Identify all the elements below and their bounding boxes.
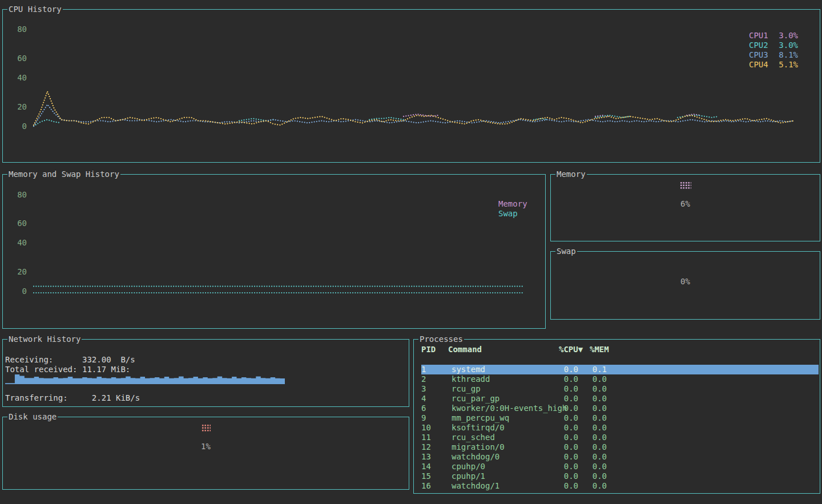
process-mem-percent: 0.0 — [576, 374, 607, 384]
memory-swap-history-chart — [3, 175, 545, 328]
process-mem-percent: 0.1 — [576, 365, 607, 374]
cpu-history-chart — [3, 10, 820, 162]
process-command: mm_percpu_wq — [452, 413, 509, 423]
cpu-legend-item: CPU23.0% — [749, 41, 798, 50]
CPU1-history-line — [404, 114, 438, 116]
swap-usage-percent: 0% — [551, 277, 820, 287]
process-mem-percent: 0.0 — [576, 394, 607, 404]
process-command: rcu_par_gp — [452, 394, 499, 404]
process-row[interactable]: 15cpuhp/10.00.0 — [414, 471, 820, 481]
process-pid: 11 — [421, 433, 431, 442]
process-pid: 13 — [421, 452, 431, 462]
process-row[interactable]: 4rcu_par_gp0.00.0 — [414, 394, 820, 404]
CPU3-history-line — [34, 104, 794, 126]
process-row[interactable]: 12migration/00.00.0 — [414, 442, 820, 452]
process-mem-percent: 0.0 — [576, 384, 607, 394]
process-mem-percent: 0.0 — [576, 481, 607, 491]
process-mem-percent: 0.0 — [576, 452, 607, 462]
process-pid: 1 — [421, 365, 426, 374]
receiving-label: Receiving: — [5, 355, 82, 365]
process-pid: 4 — [421, 394, 426, 404]
process-mem-percent: 0.0 — [576, 423, 607, 433]
process-cpu-percent: 0.0 — [545, 384, 578, 394]
process-row[interactable]: 2kthreadd0.00.0 — [414, 374, 820, 384]
processes-header-row: PID Command %CPU▼ %MEM — [414, 345, 820, 354]
disk-usage-panel: Disk usage 1% — [2, 417, 409, 490]
cpu-legend-item: CPU45.1% — [749, 60, 798, 70]
CPU2-history-line — [34, 120, 61, 126]
process-row[interactable]: 16watchdog/10.00.0 — [414, 481, 820, 491]
network-transferring-line: Transferring: 2.21 KiB/s — [5, 393, 140, 403]
disk-usage-title: Disk usage — [7, 412, 58, 421]
process-cpu-percent: 0.0 — [545, 374, 578, 384]
total-received-value: 11.17 MiB: — [82, 365, 130, 374]
cpu-legend-name: CPU4 — [749, 60, 768, 70]
total-received-label: Total received: — [5, 365, 82, 374]
cpu-legend-value: 3.0% — [779, 31, 798, 41]
network-history-panel: Network History Receiving:332.00 B/s Tot… — [2, 339, 409, 407]
disk-usage-dots-icon — [202, 424, 211, 432]
process-pid: 14 — [421, 462, 431, 471]
process-pid: 15 — [421, 471, 431, 481]
process-pid: 9 — [421, 413, 426, 423]
receiving-value: 332.00 B/s — [82, 355, 135, 364]
process-command: cpuhp/1 — [452, 471, 485, 481]
process-mem-percent: 0.0 — [576, 442, 607, 452]
process-cpu-percent: 0.0 — [545, 471, 578, 481]
column-header-command[interactable]: Command — [448, 345, 482, 354]
process-cpu-percent: 0.0 — [545, 413, 578, 423]
memory-usage-dots-icon — [680, 182, 691, 189]
CPU2-history-line — [678, 115, 719, 118]
transferring-value: 2.21 KiB/s — [82, 393, 140, 402]
column-header-cpu-sort[interactable]: %CPU▼ — [559, 345, 583, 354]
process-cpu-percent: 0.0 — [545, 442, 578, 452]
process-cpu-percent: 0.0 — [545, 433, 578, 442]
column-header-mem[interactable]: %MEM — [590, 345, 609, 354]
memswap-legend-item: Memory — [498, 199, 527, 209]
cpu-legend-item: CPU38.1% — [749, 50, 798, 60]
processes-panel: Processes PID Command %CPU▼ %MEM 1system… — [413, 339, 820, 494]
process-cpu-percent: 0.0 — [545, 423, 578, 433]
process-pid: 10 — [421, 423, 431, 433]
process-mem-percent: 0.0 — [576, 404, 607, 413]
cpu-history-panel: CPU History 806040200 CPU13.0%CPU23.0%CP… — [2, 9, 820, 163]
process-pid: 3 — [421, 384, 426, 394]
memory-gauge-panel: Memory 6% — [550, 174, 820, 241]
process-command: rcu_sched — [452, 433, 495, 442]
process-command: ksoftirqd/0 — [452, 423, 505, 433]
process-cpu-percent: 0.0 — [545, 481, 578, 491]
process-row[interactable]: 11rcu_sched0.00.0 — [414, 433, 820, 442]
CPU1-history-line — [687, 114, 700, 115]
process-mem-percent: 0.0 — [576, 413, 607, 423]
disk-usage-percent: 1% — [3, 442, 409, 451]
process-row[interactable]: 14cpuhp/00.00.0 — [414, 462, 820, 471]
memory-usage-percent: 6% — [551, 199, 820, 209]
process-row[interactable]: 10ksoftirqd/00.00.0 — [414, 423, 820, 433]
process-row[interactable]: 3rcu_gp0.00.0 — [414, 384, 820, 394]
cpu-legend: CPU13.0%CPU23.0%CPU38.1%CPU45.1% — [749, 31, 798, 70]
process-row[interactable]: 13watchdog/00.00.0 — [414, 452, 820, 462]
memory-swap-legend: MemorySwap — [498, 199, 527, 219]
process-command: rcu_gp — [452, 384, 481, 394]
process-cpu-percent: 0.0 — [545, 404, 578, 413]
process-pid: 2 — [421, 374, 426, 384]
column-header-pid[interactable]: PID — [421, 345, 436, 354]
process-command: watchdog/0 — [452, 452, 499, 462]
process-row[interactable]: 6kworker/0:0H-events_high0.00.0 — [414, 404, 820, 413]
cpu-legend-name: CPU2 — [749, 41, 768, 50]
swap-gauge-panel: Swap 0% — [550, 251, 820, 320]
network-receive-area — [5, 374, 285, 384]
process-row[interactable]: 1systemd0.00.1 — [414, 365, 820, 374]
process-command: migration/0 — [452, 442, 505, 452]
process-mem-percent: 0.0 — [576, 471, 607, 481]
process-command: kthreadd — [452, 374, 490, 384]
process-mem-percent: 0.0 — [576, 433, 607, 442]
process-command: watchdog/1 — [452, 481, 499, 491]
memory-gauge-title: Memory — [555, 170, 587, 179]
transferring-label: Transferring: — [5, 393, 82, 403]
process-cpu-percent: 0.0 — [545, 452, 578, 462]
network-receiving-line: Receiving:332.00 B/s — [5, 355, 135, 365]
cpu-legend-value: 3.0% — [779, 41, 798, 50]
process-row[interactable]: 9mm_percpu_wq0.00.0 — [414, 413, 820, 423]
CPU4-history-line — [34, 91, 794, 125]
